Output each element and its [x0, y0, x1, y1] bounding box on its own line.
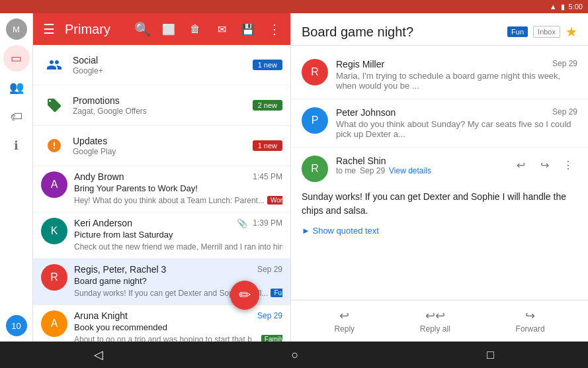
sidebar-item-labels[interactable]: 🏷 — [3, 103, 30, 130]
promotions-badge: 2 new — [253, 100, 282, 111]
email-keri-anderson[interactable]: K Keri Anderson 📎 1:39 PM Picture from l… — [33, 212, 290, 259]
thread-preview-peter: What do you think about Sunday? My car s… — [336, 119, 577, 139]
detail-subject: Board game night? — [302, 24, 502, 40]
reply-all-label: Reply all — [420, 324, 450, 334]
thread-message-regis[interactable]: R Regis Miller Sep 29 Maria, I'm trying … — [291, 51, 588, 99]
detail-tag-inbox: Inbox — [533, 26, 560, 38]
home-button[interactable]: ○ — [276, 343, 315, 367]
info-icon: ℹ — [14, 138, 19, 153]
reply-icon-btn[interactable]: ↩ — [511, 156, 530, 174]
detail-tag-fun: Fun — [507, 26, 528, 37]
time-keri: 1:39 PM — [253, 218, 282, 228]
sender-andy: Andy Brown — [74, 171, 124, 182]
app-bar: ☰ Primary 🔍 ⬜ 🗑 ✉ 💾 ⋮ — [33, 13, 290, 45]
updates-name: Updates — [73, 136, 253, 146]
social-badge: 1 new — [253, 60, 282, 70]
save-button[interactable]: 💾 — [237, 19, 259, 40]
recents-button[interactable]: □ — [471, 343, 510, 367]
sidebar-nav: M ▭ 👥 🏷 ℹ 10 — [0, 13, 33, 342]
subject-andy: Bring Your Parents to Work Day! — [74, 183, 282, 193]
category-promotions[interactable]: Promotions Zagat, Google Offers 2 new — [33, 85, 290, 126]
reply-label: Reply — [334, 324, 355, 334]
email-andy-brown[interactable]: A Andy Brown 1:45 PM Bring Your Parents … — [33, 166, 290, 212]
wifi-icon: ▲ — [550, 3, 557, 11]
updates-badge: 1 new — [253, 140, 282, 151]
social-name: Social — [73, 55, 253, 66]
category-social[interactable]: Social Google+ 1 new — [33, 45, 290, 85]
preview-keri: Check out the new friend we made, Merril… — [74, 242, 282, 252]
more-icon-btn[interactable]: ⋮ — [559, 156, 577, 174]
thread-content-regis: Regis Miller Sep 29 Maria, I'm trying to… — [336, 59, 577, 91]
time-andy: 1:45 PM — [253, 172, 282, 181]
delete-icon: 🗑 — [190, 23, 200, 35]
expanded-avatar-rachel: R — [302, 156, 328, 182]
show-quoted-text[interactable]: ► Show quoted text — [302, 226, 577, 236]
paperclip-keri: 📎 — [237, 218, 247, 228]
avatar-bottom[interactable]: 10 — [6, 315, 27, 336]
delete-button[interactable]: 🗑 — [185, 19, 206, 40]
reply-icon: ↩ — [517, 159, 525, 171]
sidebar-item-info[interactable]: ℹ — [3, 132, 30, 159]
thread-sender-regis: Regis Miller — [336, 59, 384, 69]
email-aruna-knight[interactable]: A Aruna Knight Sep 29 Book you recommend… — [33, 305, 290, 342]
reply-button[interactable]: ↩ Reply — [323, 306, 365, 336]
social-sub: Google+ — [73, 66, 253, 75]
recents-icon: □ — [487, 348, 494, 361]
status-bar: ▲ ▮ 5:00 — [0, 0, 588, 13]
forward-button[interactable]: ↪ Forward — [505, 306, 556, 336]
detail-header: Board game night? Fun Inbox ★ — [291, 13, 588, 46]
detail-star[interactable]: ★ — [566, 24, 577, 40]
avatar-main[interactable]: M — [6, 19, 27, 40]
thread-messages: R Regis Miller Sep 29 Maria, I'm trying … — [291, 46, 588, 300]
view-details-link[interactable]: View details — [389, 166, 431, 175]
reply-all-icon: ↪ — [540, 159, 549, 171]
thread-preview-regis: Maria, I'm trying to schedule a board ga… — [336, 71, 577, 91]
expanded-date: Sep 29 — [360, 166, 385, 175]
expanded-sender-info: Rachel Shin to me Sep 29 View details — [336, 156, 503, 175]
sender-keri: Keri Anderson — [74, 218, 132, 228]
time-regis: Sep 29 — [257, 265, 282, 274]
expanded-to-row: to me Sep 29 View details — [336, 166, 503, 175]
battery-icon: ▮ — [561, 3, 565, 11]
sender-aruna: Aruna Knight — [74, 310, 128, 321]
compose-fab[interactable]: ✏ — [230, 281, 259, 310]
more-button[interactable]: ⋮ — [264, 19, 285, 40]
preview-aruna: About to go on a trip and was hoping to … — [74, 335, 259, 342]
expanded-message-rachel: R Rachel Shin to me Sep 29 View details … — [291, 148, 588, 244]
thread-avatar-peter: P — [302, 107, 328, 134]
email-icon: ✉ — [218, 23, 226, 36]
avatar-aruna: A — [41, 310, 67, 337]
reply-all-btn-icon: ↩↩ — [425, 308, 445, 323]
label-icon: 🏷 — [11, 110, 22, 124]
email-content-andy: Andy Brown 1:45 PM Bring Your Parents to… — [74, 171, 282, 207]
archive-icon: ⬜ — [162, 23, 175, 36]
reply-all-icon-btn[interactable]: ↪ — [535, 156, 554, 174]
archive-button[interactable]: ⬜ — [158, 19, 179, 40]
thread-avatar-regis: R — [302, 59, 328, 85]
preview-andy: Hey! What do you think about a Team Lunc… — [74, 196, 265, 205]
sidebar-item-tablets[interactable]: ▭ — [3, 45, 30, 71]
email-button[interactable]: ✉ — [211, 19, 232, 40]
forward-btn-icon: ↪ — [525, 308, 535, 323]
social-icon — [41, 52, 67, 78]
updates-info: Updates Google Play — [73, 136, 253, 156]
email-content-keri: Keri Anderson 📎 1:39 PM Picture from las… — [74, 218, 282, 253]
updates-sub: Google Play — [73, 147, 253, 156]
avatar-andy: A — [41, 171, 67, 198]
subject-keri: Picture from last Saturday — [74, 230, 282, 240]
thread-message-peter[interactable]: P Peter Johnson Sep 29 What do you think… — [291, 99, 588, 148]
home-icon: ○ — [292, 348, 299, 361]
reply-all-button[interactable]: ↩↩ Reply all — [409, 306, 461, 336]
time-aruna: Sep 29 — [257, 311, 282, 320]
tag-work: Work — [267, 196, 282, 205]
social-info: Social Google+ — [73, 55, 253, 75]
category-updates[interactable]: Updates Google Play 1 new — [33, 126, 290, 166]
save-icon: 💾 — [241, 23, 255, 36]
right-panel: Board game night? Fun Inbox ★ R Regis Mi… — [291, 13, 588, 342]
back-button[interactable]: ◁ — [78, 342, 119, 367]
thread-date-regis: Sep 29 — [552, 59, 577, 68]
menu-button[interactable]: ☰ — [38, 19, 60, 40]
sidebar-item-contacts[interactable]: 👥 — [3, 74, 30, 101]
search-button[interactable]: 🔍 — [132, 19, 153, 40]
expanded-body: Sunday works! If you can get Dexter and … — [302, 190, 577, 218]
